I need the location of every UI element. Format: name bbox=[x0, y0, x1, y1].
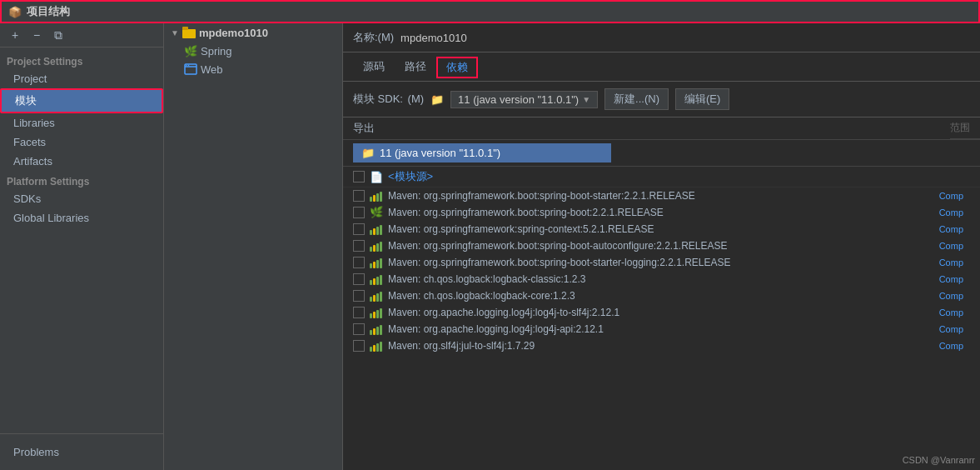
sidebar-nav: Project Settings Project 模块 Libraries Fa… bbox=[0, 48, 163, 433]
dep-name: Maven: org.springframework.boot:spring-b… bbox=[388, 240, 934, 252]
module-source-label: <模块源> bbox=[388, 169, 433, 184]
dep-checkbox[interactable] bbox=[353, 257, 365, 268]
sdk-row: 模块 SDK: (M) 📁 11 (java version "11.0.1")… bbox=[343, 82, 980, 118]
sdk-folder-icon: 📁 bbox=[430, 93, 444, 106]
main-layout: + − ⧉ Project Settings Project 模块 Librar… bbox=[0, 23, 980, 470]
dep-name: Maven: ch.qos.logback:logback-classic:1.… bbox=[388, 273, 934, 285]
name-value: mpdemo1010 bbox=[400, 32, 467, 44]
dep-icon bbox=[370, 323, 383, 335]
remove-button[interactable]: − bbox=[28, 27, 45, 43]
dep-scope: Comp bbox=[939, 208, 970, 218]
dep-checkbox[interactable] bbox=[353, 323, 365, 335]
name-row: 名称:(M) mpdemo1010 bbox=[343, 23, 980, 52]
svg-rect-1 bbox=[182, 27, 188, 30]
sdk-dropdown[interactable]: 11 (java version "11.0.1") ▼ bbox=[450, 91, 598, 108]
name-label: 名称:(M) bbox=[353, 30, 394, 45]
dep-checkbox[interactable] bbox=[353, 240, 365, 252]
range-header: 范围 bbox=[950, 118, 980, 139]
dep-checkbox[interactable] bbox=[353, 190, 365, 202]
svg-point-5 bbox=[188, 65, 190, 67]
sdk-popup-label: 11 (java version "11.0.1") bbox=[380, 147, 500, 159]
dep-name: Maven: org.springframework.boot:spring-b… bbox=[388, 257, 934, 268]
sidebar-item-problems[interactable]: Problems bbox=[7, 442, 157, 462]
problems-section: Problems bbox=[0, 438, 163, 467]
tree-root[interactable]: ▼ mpdemo1010 bbox=[164, 23, 342, 42]
tree-item-spring-label: Spring bbox=[201, 45, 232, 58]
dep-scope: Comp bbox=[939, 191, 970, 201]
dep-scope: Comp bbox=[939, 274, 970, 284]
sdk-dropdown-arrow: ▼ bbox=[582, 95, 590, 104]
dep-name: Maven: org.springframework:spring-contex… bbox=[388, 223, 934, 235]
sidebar-item-libraries[interactable]: Libraries bbox=[0, 113, 163, 132]
module-folder-icon bbox=[182, 26, 196, 39]
dep-checkbox[interactable] bbox=[353, 290, 365, 302]
svg-rect-0 bbox=[182, 29, 196, 38]
dep-icon bbox=[370, 340, 383, 352]
dep-icon bbox=[370, 290, 383, 302]
web-icon bbox=[184, 62, 197, 76]
dep-icon bbox=[370, 240, 383, 252]
title-bar-text: 项目结构 bbox=[27, 4, 70, 19]
tab-deps[interactable]: 依赖 bbox=[436, 57, 478, 78]
sidebar-bottom: Problems bbox=[0, 433, 163, 470]
svg-point-4 bbox=[186, 65, 187, 67]
sdk-label: 模块 SDK: (M) bbox=[353, 92, 424, 107]
edit-sdk-button[interactable]: 编辑(E) bbox=[675, 88, 729, 110]
module-source-checkbox[interactable] bbox=[353, 171, 365, 182]
dep-scope: Comp bbox=[939, 241, 970, 251]
dep-name: Maven: org.apache.logging.log4j:log4j-ap… bbox=[388, 323, 934, 335]
add-button[interactable]: + bbox=[7, 27, 23, 43]
sidebar-item-facets[interactable]: Facets bbox=[0, 132, 163, 152]
sidebar: + − ⧉ Project Settings Project 模块 Librar… bbox=[0, 23, 164, 470]
dep-name: Maven: org.springframework.boot:spring-b… bbox=[388, 190, 934, 202]
tab-path[interactable]: 路径 bbox=[395, 56, 436, 81]
dep-scope: Comp bbox=[939, 324, 970, 334]
table-row: Maven: org.springframework.boot:spring-b… bbox=[343, 188, 980, 204]
export-label: 导出 bbox=[353, 121, 375, 136]
dep-icon bbox=[370, 190, 383, 202]
sidebar-item-global-libraries[interactable]: Global Libraries bbox=[0, 208, 163, 228]
tab-source[interactable]: 源码 bbox=[353, 56, 395, 81]
tree-item-web[interactable]: Web bbox=[164, 60, 342, 78]
dep-scope: Comp bbox=[939, 258, 970, 268]
export-row: 导出 bbox=[343, 118, 385, 139]
dep-icon bbox=[370, 223, 383, 235]
module-source-row: 📄 <模块源> bbox=[343, 167, 980, 188]
platform-settings-label: Platform Settings bbox=[0, 171, 163, 189]
table-row: Maven: org.springframework.boot:spring-b… bbox=[343, 238, 980, 254]
module-source-icon: 📄 bbox=[370, 171, 383, 183]
table-row: Maven: org.apache.logging.log4j:log4j-ap… bbox=[343, 321, 980, 338]
sdk-popup-folder-icon: 📁 bbox=[361, 147, 375, 159]
title-icon: 📦 bbox=[8, 5, 22, 18]
spring-icon: 🌿 bbox=[184, 44, 197, 58]
table-row: Maven: org.slf4j:jul-to-slf4j:1.7.29Comp bbox=[343, 338, 980, 354]
dep-checkbox[interactable] bbox=[353, 207, 365, 218]
tree-root-label: mpdemo1010 bbox=[199, 27, 268, 39]
dep-checkbox[interactable] bbox=[353, 340, 365, 352]
content-panel: 名称:(M) mpdemo1010 源码 路径 依赖 模块 SDK: (M) 📁… bbox=[343, 23, 980, 470]
sidebar-item-artifacts[interactable]: Artifacts bbox=[0, 152, 163, 171]
tree-item-spring[interactable]: 🌿 Spring bbox=[164, 42, 342, 60]
dep-name: Maven: ch.qos.logback:logback-core:1.2.3 bbox=[388, 290, 934, 302]
sdk-dropdown-popup[interactable]: 📁 11 (java version "11.0.1") bbox=[353, 143, 611, 162]
sidebar-toolbar: + − ⧉ bbox=[0, 23, 163, 48]
sidebar-item-modules[interactable]: 模块 bbox=[0, 88, 163, 113]
dep-name: Maven: org.apache.logging.log4j:log4j-to… bbox=[388, 307, 934, 318]
table-row: Maven: org.apache.logging.log4j:log4j-to… bbox=[343, 304, 980, 321]
dep-checkbox[interactable] bbox=[353, 223, 365, 235]
sidebar-item-project[interactable]: Project bbox=[0, 69, 163, 88]
dep-checkbox[interactable] bbox=[353, 307, 365, 318]
dep-scope: Comp bbox=[939, 291, 970, 301]
dep-checkbox[interactable] bbox=[353, 273, 365, 285]
dep-icon: 🌿 bbox=[370, 207, 383, 218]
dep-scope: Comp bbox=[939, 308, 970, 318]
table-row: Maven: org.springframework:spring-contex… bbox=[343, 221, 980, 238]
new-sdk-button[interactable]: 新建...(N) bbox=[604, 88, 669, 110]
table-row: Maven: org.springframework.boot:spring-b… bbox=[343, 254, 980, 271]
sidebar-item-sdks[interactable]: SDKs bbox=[0, 189, 163, 208]
copy-button[interactable]: ⧉ bbox=[50, 27, 67, 43]
project-settings-label: Project Settings bbox=[0, 51, 163, 69]
watermark: CSDN @Vanranrr bbox=[903, 455, 975, 465]
dep-icon bbox=[370, 257, 383, 268]
dep-name: Maven: org.springframework.boot:spring-b… bbox=[388, 207, 934, 218]
